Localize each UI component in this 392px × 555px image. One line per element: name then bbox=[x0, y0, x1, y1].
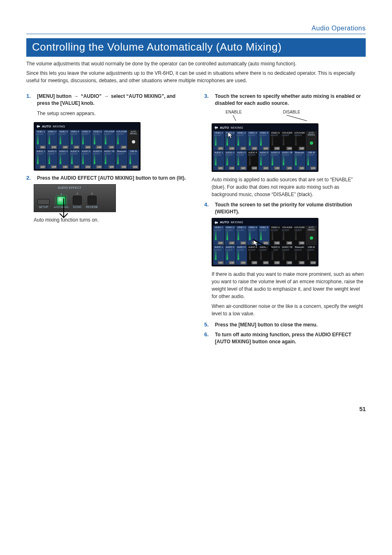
channel-label: AUDIO 1 bbox=[214, 152, 224, 154]
channel-cell: VIDEO 2WEIGHT100 bbox=[225, 226, 236, 245]
level-bar-icon bbox=[226, 230, 228, 240]
level-bar-icon bbox=[295, 155, 297, 165]
channel-label: AUDIO 4 bbox=[248, 152, 258, 154]
screen-title-b: MIXING bbox=[231, 221, 243, 224]
channel-label: Bluetooth bbox=[294, 246, 304, 248]
channel-label: VIDEO 4 bbox=[248, 227, 258, 229]
step-4-lead: Touch the screen to set the priority for… bbox=[215, 201, 366, 216]
level-bar-icon bbox=[94, 134, 95, 144]
level-bar-icon bbox=[295, 250, 297, 260]
weight-value: 100 bbox=[229, 147, 235, 150]
step-2-lead: Press the AUDIO EFFECT [AUTO MIXING] but… bbox=[37, 175, 188, 182]
channel-cell: VIDEO 2WEIGHT100 bbox=[47, 130, 58, 149]
step-1-num: 1. bbox=[26, 93, 34, 120]
audio-effect-panel: AUDIO EFFECT SETUP 1 AUTO MIXING 2 ECHO … bbox=[34, 184, 116, 212]
channel-cell: AUDIO 1WEIGHT100 bbox=[213, 151, 224, 170]
channel-label: VIDEO 5 bbox=[259, 227, 269, 229]
channel-label: USB IN bbox=[307, 152, 316, 154]
screen-grid: VIDEO 1WEIGHT100VIDEO 2WEIGHT100VIDEO 3W… bbox=[213, 131, 317, 170]
level-bar-icon bbox=[249, 230, 251, 240]
channel-label: VIDEO 5 bbox=[259, 132, 269, 134]
weight-value: 100 bbox=[286, 241, 292, 245]
pointer-lines-icon bbox=[221, 115, 327, 122]
screen-title-a: AUTO bbox=[220, 221, 229, 224]
channel-cell: AUDIO 3WEIGHT100 bbox=[236, 245, 247, 265]
step-1-lead-a: [MENU] button bbox=[37, 93, 73, 99]
disable-label: DISABLE bbox=[283, 110, 300, 114]
channel-cell: AUDIO 7/8WEIGHT100 bbox=[281, 245, 293, 265]
fx1-num: 1 bbox=[60, 193, 62, 195]
step-3-lead: Touch the screen to specify whether auto… bbox=[215, 93, 366, 107]
level-bar-icon bbox=[260, 136, 262, 146]
step-3: 3. Touch the screen to specify whether a… bbox=[204, 93, 366, 107]
step-2-after: Auto mixing function turns on. bbox=[34, 217, 188, 223]
channel-label: VIDEO 2 bbox=[226, 132, 235, 134]
screen-title-a: AUTO bbox=[42, 125, 51, 128]
level-bar-icon bbox=[129, 154, 131, 164]
channel-cell: AUDIO 6WEIGHT100 bbox=[270, 151, 281, 170]
channel-label: AUDIO 5 bbox=[81, 150, 91, 153]
channel-label: USB IN bbox=[307, 246, 316, 248]
step-4: 4. Touch the screen to set the priority … bbox=[204, 201, 366, 216]
channel-cell: VIDEO 3WEIGHT100 bbox=[236, 226, 247, 245]
toggle-dot-icon bbox=[310, 141, 313, 145]
channel-label: AUDIO 7/8 bbox=[282, 152, 292, 154]
channel-cell: V.PLAYERWEIGHT100 bbox=[281, 131, 293, 150]
level-bar-icon bbox=[105, 154, 106, 164]
channel-label: AUDIO 2 bbox=[226, 246, 235, 248]
fx3-num: 3 bbox=[91, 192, 92, 195]
weight-value: 100 bbox=[240, 147, 246, 150]
step-2: 2. Press the AUDIO EFFECT [AUTO MIXING] … bbox=[26, 175, 188, 182]
weight-value: 100 bbox=[286, 147, 292, 150]
channel-label: VIDEO 3 bbox=[237, 227, 246, 229]
back-icon bbox=[214, 220, 218, 224]
channel-label: AUDIO 7/8 bbox=[282, 246, 292, 248]
enable-label: ENABLE bbox=[226, 110, 242, 114]
channel-label: V.PLAYER bbox=[282, 132, 292, 134]
weight-value: 100 bbox=[229, 261, 235, 264]
callout-arrow-icon bbox=[253, 239, 277, 252]
weight-value: 100 bbox=[108, 165, 114, 169]
channel-cell: A.PLAYERWEIGHT100 bbox=[293, 131, 305, 150]
weight-value: 100 bbox=[96, 165, 102, 169]
weight-value: 100 bbox=[286, 261, 292, 264]
auto-mixing-toggle: AUTOMIXING bbox=[128, 130, 139, 149]
level-bar-icon bbox=[260, 155, 262, 165]
level-bar-icon bbox=[283, 250, 284, 260]
channel-cell: AUDIO 2WEIGHT100 bbox=[225, 151, 236, 170]
weight-value: 100 bbox=[274, 261, 280, 264]
weight-value: 100 bbox=[310, 261, 316, 264]
channel-label: VIDEO 4 bbox=[248, 132, 258, 134]
channel-cell: BluetoothWEIGHT100 bbox=[293, 245, 305, 265]
level-bar-icon bbox=[249, 155, 251, 165]
step-3-after: Auto mixing is applied to audio sources … bbox=[212, 176, 366, 198]
step-5-lead: Press the [MENU] button to close the men… bbox=[215, 321, 366, 328]
screen-grid: VIDEO 1WEIGHT100VIDEO 2WEIGHT100VIDEO 3W… bbox=[35, 130, 139, 169]
step-6-lead: To turn off auto mixing function, press … bbox=[215, 331, 366, 346]
step-1-after: The setup screen appears. bbox=[37, 110, 188, 117]
page-title: Controlling the Volume Automatically (Au… bbox=[26, 38, 366, 57]
weight-value: 100 bbox=[240, 241, 246, 245]
channel-label: VIDEO 1 bbox=[36, 131, 46, 133]
weight-value: 100 bbox=[251, 261, 257, 264]
channel-cell: VIDEO 1WEIGHT100 bbox=[213, 226, 224, 245]
channel-cell: AUDIO 1WEIGHT100 bbox=[213, 245, 224, 265]
level-bar-icon bbox=[215, 230, 217, 240]
level-bar-icon bbox=[60, 154, 61, 164]
weight-value: 100 bbox=[274, 147, 280, 150]
weight-value: 100 bbox=[108, 146, 114, 149]
channel-cell: VIDEO 6WEIGHT100 bbox=[270, 131, 281, 150]
weight-value: 100 bbox=[251, 166, 257, 170]
level-bar-icon bbox=[48, 154, 50, 164]
level-bar-icon bbox=[295, 136, 297, 146]
channel-cell: VIDEO 3WEIGHT100 bbox=[58, 130, 69, 149]
left-column: 1. [MENU] button → “AUDIO” → select “AUT… bbox=[26, 90, 188, 348]
setup-button: SETUP bbox=[37, 199, 50, 208]
channel-cell: VIDEO 3WEIGHT100 bbox=[236, 131, 247, 150]
weight-value: 100 bbox=[299, 147, 304, 150]
breadcrumb: Audio Operations bbox=[26, 25, 366, 34]
weight-value: 100 bbox=[240, 261, 246, 264]
level-bar-icon bbox=[272, 230, 273, 240]
fx2-num: 2 bbox=[77, 192, 78, 195]
channel-label: VIDEO 6 bbox=[93, 131, 102, 133]
